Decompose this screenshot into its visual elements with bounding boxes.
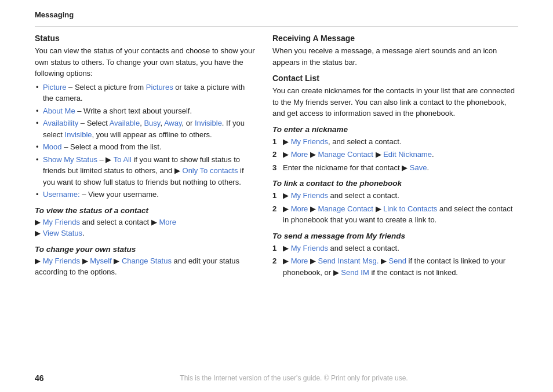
save-link: Save xyxy=(410,163,427,172)
status-title: Status xyxy=(35,34,255,43)
left-column: Status You can view the status of your c… xyxy=(35,34,255,280)
bullet-about-me: About Me – Write a short text about your… xyxy=(35,105,255,117)
step-1a: 1 ▶ My Friends, and select a contact. xyxy=(272,136,518,148)
step-3a: 3 Enter the nickname for that contact ▶ … xyxy=(272,162,518,174)
my-friends-link4: My Friends xyxy=(291,191,328,200)
status-intro: You can view the status of your contacts… xyxy=(35,45,255,79)
bullet-availability: Availability – Select Available, Busy, A… xyxy=(35,118,255,140)
step-num-2b: 2 xyxy=(272,203,279,226)
step-2a: 2 ▶ More ▶ Manage Contact ▶ Edit Nicknam… xyxy=(272,149,518,160)
link-to-contacts-link: Link to Contacts xyxy=(383,204,437,213)
send-link: Send xyxy=(389,257,406,265)
change-status-link: Change Status xyxy=(122,257,172,265)
send-im-link: Send IM xyxy=(341,268,369,277)
contact-list-text: You can create nicknames for the contact… xyxy=(272,85,518,119)
send-message-heading: To send a message from My friends xyxy=(272,232,518,240)
enter-nickname-heading: To enter a nickname xyxy=(272,125,518,134)
step-3a-text: Enter the nickname for that contact ▶ Sa… xyxy=(283,162,429,174)
step-1a-text: ▶ My Friends, and select a contact. xyxy=(283,136,401,148)
my-friends-link1: My Friends xyxy=(43,218,80,226)
step-num-2c: 2 xyxy=(272,255,279,278)
busy-label: Busy xyxy=(144,119,160,127)
show-my-status-label: Show My Status xyxy=(43,155,97,164)
only-to-contacts-label: Only To contacts xyxy=(183,166,238,175)
send-instant-msg-link: Send Instant Msg. xyxy=(318,257,379,265)
view-status-text: ▶ My Friends and select a contact ▶ More… xyxy=(35,217,255,239)
availability-label: Availability xyxy=(43,119,78,127)
available-label: Available xyxy=(110,119,140,127)
send-message-steps: 1 ▶ My Friends and select a contact. 2 ▶… xyxy=(272,243,518,279)
away-label: Away xyxy=(164,119,182,127)
status-bullets: Picture – Select a picture from Pictures… xyxy=(35,82,255,200)
mood-label: Mood xyxy=(43,142,62,151)
step-1b: 1 ▶ My Friends and select a contact. xyxy=(272,190,518,202)
my-friends-link2: My Friends xyxy=(43,257,80,265)
username-label: Username: xyxy=(43,190,80,199)
manage-contact-link1: Manage Contact xyxy=(318,150,373,159)
step-2c-text: ▶ More ▶ Send Instant Msg. ▶ Send if the… xyxy=(283,255,518,278)
bullet-show-my-status: Show My Status – ▶ To All if you want to… xyxy=(35,154,255,188)
bullet-mood: Mood – Select a mood from the list. xyxy=(35,141,255,153)
step-1c-text: ▶ My Friends and select a contact. xyxy=(283,243,399,254)
view-status-heading: To view the status of a contact xyxy=(35,206,255,215)
receiving-title: Receiving A Message xyxy=(272,34,518,43)
step-num-1b: 1 xyxy=(272,190,279,202)
to-all-label: To All xyxy=(114,155,132,164)
myself-link: Myself xyxy=(90,257,112,265)
change-status-text: ▶ My Friends ▶ Myself ▶ Change Status an… xyxy=(35,255,255,278)
invisible-label2: Invisible xyxy=(65,130,92,139)
change-status-heading: To change your own status xyxy=(35,245,255,254)
link-contact-steps: 1 ▶ My Friends and select a contact. 2 ▶… xyxy=(272,190,518,226)
step-num-2a: 2 xyxy=(272,149,279,160)
step-1b-text: ▶ My Friends and select a contact. xyxy=(283,190,399,202)
right-column: Receiving A Message When you receive a m… xyxy=(272,34,518,280)
contact-list-title: Contact List xyxy=(272,74,518,83)
more-link3: More xyxy=(291,204,308,213)
my-friends-link5: My Friends xyxy=(291,244,328,252)
picture-label: Picture xyxy=(43,83,66,91)
page: Messaging Status You can view the status… xyxy=(0,0,553,392)
step-2b: 2 ▶ More ▶ Manage Contact ▶ Link to Cont… xyxy=(272,203,518,226)
page-header: Messaging xyxy=(35,10,518,20)
page-footer: 46 This is the Internet version of the u… xyxy=(35,373,518,383)
page-number: 46 xyxy=(35,373,52,383)
invisible-label: Invisible xyxy=(195,119,222,127)
about-me-label: About Me xyxy=(43,107,75,115)
receiving-text: When you receive a message, a message al… xyxy=(272,45,518,68)
pictures-label: Pictures xyxy=(146,83,173,91)
edit-nickname-link: Edit Nickname xyxy=(383,150,432,159)
step-1c: 1 ▶ My Friends and select a contact. xyxy=(272,243,518,254)
step-num-1c: 1 xyxy=(272,243,279,254)
more-link2: More xyxy=(291,150,308,159)
enter-nickname-steps: 1 ▶ My Friends, and select a contact. 2 … xyxy=(272,136,518,174)
bullet-username: Username: – View your username. xyxy=(35,189,255,200)
step-num-1a: 1 xyxy=(272,136,279,148)
step-2b-text: ▶ More ▶ Manage Contact ▶ Link to Contac… xyxy=(283,203,518,226)
more-link1: More xyxy=(159,218,176,226)
step-2a-text: ▶ More ▶ Manage Contact ▶ Edit Nickname. xyxy=(283,149,434,160)
content-area: Status You can view the status of your c… xyxy=(35,34,518,280)
more-link4: More xyxy=(291,257,308,265)
view-status-link: View Status xyxy=(43,229,82,237)
my-friends-link3: My Friends xyxy=(291,137,328,146)
link-contact-heading: To link a contact to the phonebook xyxy=(272,179,518,188)
step-num-3a: 3 xyxy=(272,162,279,174)
step-2c: 2 ▶ More ▶ Send Instant Msg. ▶ Send if t… xyxy=(272,255,518,278)
footer-note: This is the Internet version of the user… xyxy=(70,374,518,382)
bullet-picture: Picture – Select a picture from Pictures… xyxy=(35,82,255,104)
manage-contact-link2: Manage Contact xyxy=(318,204,373,213)
